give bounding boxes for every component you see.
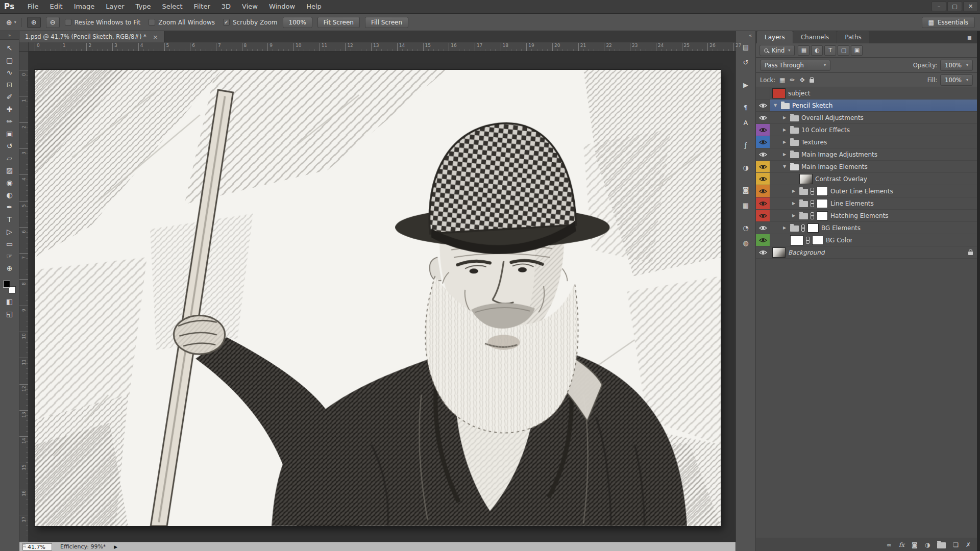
new-adjustment-layer-icon[interactable]: ◑ (925, 542, 930, 548)
visibility-toggle[interactable] (756, 148, 770, 160)
rectangular-marquee-tool[interactable]: ▢ (2, 54, 17, 66)
layer-row-content[interactable]: ▶10 Color Effects (770, 124, 977, 136)
new-layer-icon[interactable]: ❏ (953, 542, 959, 548)
layer-row-content[interactable]: ▶Outer Line Elements (770, 185, 977, 197)
visibility-toggle[interactable] (756, 87, 770, 99)
eraser-tool[interactable]: ▱ (2, 152, 17, 164)
panel-menu-icon[interactable]: ≣ (967, 35, 977, 43)
layer-row-bg-color[interactable]: ▶BG Color (756, 234, 977, 246)
layer-row-content[interactable]: subject (770, 87, 977, 99)
layer-row-textures[interactable]: ▶Textures (756, 136, 977, 148)
disclosure-triangle[interactable]: ▶ (781, 152, 788, 157)
zoom-tool[interactable]: ⊕ (2, 262, 17, 274)
shape-tool[interactable]: ▭ (2, 238, 17, 250)
canvas-image[interactable] (35, 70, 721, 526)
quick-mask-button[interactable]: ◧ (2, 295, 17, 308)
clone-stamp-tool[interactable]: ▣ (2, 128, 17, 140)
menu-filter[interactable]: Filter (188, 0, 216, 13)
layer-row-content[interactable]: ▶Hatching Elements (770, 210, 977, 221)
zoom-out-button[interactable]: ⊖ (46, 17, 60, 28)
zoom-in-button[interactable]: ⊕ (27, 17, 41, 28)
layer-row-outer-line-elements[interactable]: ▶Outer Line Elements (756, 185, 977, 197)
visibility-toggle[interactable] (756, 185, 770, 197)
disclosure-triangle[interactable]: ▶ (791, 213, 797, 218)
menu-image[interactable]: Image (68, 0, 101, 13)
blend-mode-select[interactable]: Pass Through ▾ (760, 60, 830, 71)
checkbox-scrubby-zoom[interactable]: ✓Scrubby Zoom (223, 19, 278, 26)
filter-type-layers-icon[interactable]: T (824, 45, 836, 56)
visibility-toggle[interactable] (756, 136, 770, 148)
layer-row-hatching-elements[interactable]: ▶Hatching Elements (756, 210, 977, 222)
history-brush-tool[interactable]: ↺ (2, 140, 17, 152)
filter-shape-layers-icon[interactable]: ▢ (838, 45, 849, 56)
visibility-toggle[interactable] (756, 222, 770, 234)
disclosure-triangle[interactable]: ▶ (791, 189, 797, 193)
visibility-toggle[interactable] (756, 246, 770, 258)
horizontal-ruler[interactable]: 0123456789101112131415161718192021222324… (29, 42, 736, 52)
adjustments-panel-icon[interactable]: ◑ (739, 161, 753, 174)
gradient-tool[interactable]: ▨ (2, 164, 17, 177)
tab-channels[interactable]: Channels (793, 31, 837, 43)
visibility-toggle[interactable] (756, 197, 770, 209)
layer-row-content[interactable]: ▶Textures (770, 136, 977, 148)
menu-type[interactable]: Type (130, 0, 157, 13)
pasteboard[interactable] (29, 52, 736, 542)
restore-button[interactable]: ▢ (947, 2, 962, 11)
path-selection-tool[interactable]: ▷ (2, 226, 17, 238)
layer-row-pencil-sketch[interactable]: ▼Pencil Sketch (756, 99, 977, 112)
filter-kind-select[interactable]: Kind ▾ (760, 45, 795, 56)
layer-row-line-elements[interactable]: ▶Line Elements (756, 197, 977, 210)
minimize-button[interactable]: – (932, 2, 946, 11)
checkbox-box[interactable] (149, 19, 155, 26)
brush-tool[interactable]: ✏ (2, 115, 17, 128)
lock-all-icon[interactable] (810, 79, 814, 83)
lock-pixels-icon[interactable]: ✏ (790, 77, 795, 83)
histogram-panel-icon[interactable]: ◔ (739, 221, 753, 234)
workspace-switcher[interactable]: ▦ Essentials (922, 17, 975, 28)
paragraph-panel-icon[interactable]: ¶ (739, 101, 753, 114)
ruler-origin[interactable] (19, 42, 29, 52)
eyedropper-tool[interactable]: ✐ (2, 91, 17, 103)
visibility-toggle[interactable] (756, 124, 770, 136)
pen-tool[interactable]: ✒ (2, 201, 17, 213)
styles-panel-icon[interactable]: ƒ (739, 139, 753, 152)
spot-healing-brush-tool[interactable]: ✚ (2, 103, 17, 115)
layer-row-content[interactable]: ▼Pencil Sketch (770, 99, 977, 111)
layer-row-background[interactable]: Background (756, 246, 977, 259)
add-layer-mask-icon[interactable]: ◙ (912, 542, 918, 548)
checkbox-zoom-all-windows[interactable]: Zoom All Windows (149, 19, 215, 26)
disclosure-triangle[interactable]: ▶ (781, 128, 788, 132)
disclosure-triangle[interactable]: ▶ (781, 140, 788, 144)
visibility-toggle[interactable] (756, 99, 770, 111)
screen-mode-button[interactable]: ◱ (2, 308, 17, 320)
layer-row-content[interactable]: Background (770, 246, 977, 258)
checkbox-resize-windows-to-fit[interactable]: Resize Windows to Fit (65, 19, 141, 26)
layer-row-content[interactable]: ▶BG Elements (770, 222, 977, 234)
layer-row-main-image-adjustments[interactable]: ▶Main Image Adjustments (756, 148, 977, 161)
character-panel-icon[interactable]: A (739, 116, 753, 129)
layer-row-overall-adjustments[interactable]: ▶Overall Adjustments (756, 112, 977, 124)
layer-row-content[interactable]: ▶Main Image Adjustments (770, 148, 977, 160)
layer-row-bg-elements[interactable]: ▶BG Elements (756, 222, 977, 234)
link-layers-icon[interactable]: ∞ (887, 542, 892, 548)
filter-smart-objects-icon[interactable]: ▣ (851, 45, 863, 56)
layer-row-content[interactable]: ▼Main Image Elements (770, 161, 977, 172)
close-icon[interactable]: × (153, 34, 158, 40)
menu-select[interactable]: Select (156, 0, 188, 13)
filter-adjustment-layers-icon[interactable]: ◐ (811, 45, 823, 56)
opacity-select[interactable]: 100% ▾ (940, 60, 973, 71)
tab-paths[interactable]: Paths (837, 31, 869, 43)
delete-layer-icon[interactable]: ✗ (966, 542, 971, 548)
blur-tool[interactable]: ◉ (2, 177, 17, 189)
disclosure-triangle[interactable]: ▶ (781, 226, 788, 230)
move-tool[interactable]: ↖ (2, 42, 17, 54)
fill-select[interactable]: 100% ▾ (940, 74, 973, 86)
document-tab[interactable]: 1.psd @ 41.7% (Pencil Sketch, RGB/8#) * … (19, 31, 164, 42)
layer-row-contrast-overlay[interactable]: ▶Contrast Overlay (756, 173, 977, 185)
type-tool[interactable]: T (2, 213, 17, 226)
visibility-toggle[interactable] (756, 112, 770, 123)
new-group-icon[interactable] (937, 541, 946, 548)
visibility-toggle[interactable] (756, 234, 770, 246)
layer-row-main-image-elements[interactable]: ▼Main Image Elements (756, 161, 977, 173)
lock-position-icon[interactable]: ✥ (800, 77, 805, 83)
